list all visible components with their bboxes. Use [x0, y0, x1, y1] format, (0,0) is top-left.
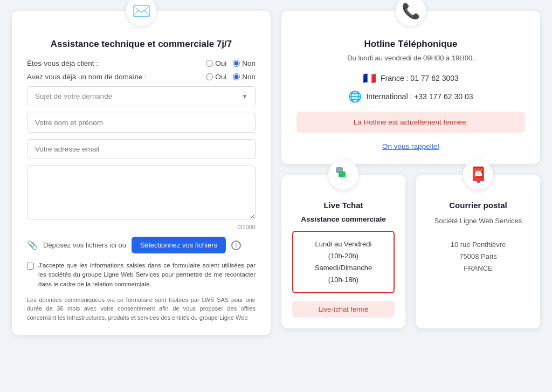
file-text: Déposez vos fichiers ici ou: [43, 241, 126, 249]
domain-oui-text: Oui: [215, 73, 226, 81]
schedule-line2: (10h-20h): [300, 250, 387, 262]
consent-row: J'accepte que les informations saisies d…: [27, 261, 256, 289]
domain-label: Avez vous déjà un nom de domaine :: [27, 73, 206, 81]
info-icon[interactable]: i: [231, 240, 241, 250]
france-flag-icon: 🇫🇷: [363, 72, 376, 85]
chat-icon: [335, 166, 352, 183]
consent-text: J'accepte que les informations saisies d…: [38, 261, 256, 289]
select-files-button[interactable]: Sélectionnez vos fichiers: [132, 237, 226, 253]
paperclip-icon: 📎: [27, 240, 38, 250]
char-count: 0/1000: [27, 224, 256, 230]
bottom-cards-grid: Live Tchat Assistance commerciale Lundi …: [281, 175, 540, 328]
postal-line3: 75008 Paris: [427, 251, 529, 263]
subject-wrapper: Sujet de votre demande ▼: [27, 86, 256, 106]
domain-non-label[interactable]: Non: [233, 73, 256, 81]
client-row: Êtes-vous déjà client : Oui Non: [27, 59, 256, 67]
client-oui-radio[interactable]: [206, 60, 213, 67]
message-textarea[interactable]: [27, 166, 256, 219]
postal-line4: FRANCE: [427, 263, 529, 274]
mailbox-icon: 📮: [469, 166, 488, 184]
email-icon: ✉️: [132, 2, 151, 20]
form-card: ✉️ Assistance technique et commerciale 7…: [12, 11, 271, 335]
hotline-title: Hotline Téléphonique: [296, 39, 525, 50]
hotline-closed-banner: La Hotline est actuellement fermée.: [296, 112, 525, 133]
domain-non-radio[interactable]: [233, 73, 240, 80]
svg-rect-1: [339, 171, 346, 177]
schedule-line3: Samedi/Dimanche: [300, 262, 387, 274]
livechat-title: Live Tchat: [292, 201, 395, 210]
client-non-text: Non: [242, 59, 256, 67]
postal-line1: Société Ligne Web Services: [427, 215, 529, 227]
client-non-radio[interactable]: [233, 60, 240, 67]
postal-line2: 10 rue Penthièvre: [427, 239, 529, 251]
right-column: 📞 Hotline Téléphonique Du lundi au vendr…: [281, 11, 540, 335]
assistance-label: Assistance commerciale: [292, 215, 395, 223]
postal-title: Courrier postal: [427, 201, 529, 210]
legal-text: Les données communiquées via ce formulai…: [27, 295, 256, 322]
livechat-card-icon: [328, 160, 358, 190]
phone-icon: 📞: [402, 2, 420, 20]
callback-link[interactable]: On vous rappelle!: [382, 142, 439, 150]
postal-card-icon: 📮: [463, 160, 493, 190]
livechat-closed-badge: Live-tchat fermé: [292, 301, 395, 318]
schedule-line4: (10h-18h): [300, 274, 387, 286]
international-phone-row: 🌐 International : +33 177 62 30 03: [296, 90, 525, 103]
schedule-box: Lundi au Vendredi (10h-20h) Samedi/Diman…: [292, 231, 395, 293]
livechat-card: Live Tchat Assistance commerciale Lundi …: [281, 175, 405, 328]
france-phone-row: 🇫🇷 France : 01 77 62 3003: [296, 72, 525, 85]
client-non-label[interactable]: Non: [233, 59, 256, 67]
hotline-card-icon: 📞: [396, 0, 426, 26]
schedule-line1: Lundi au Vendredi: [300, 238, 387, 250]
globe-icon: 🌐: [348, 90, 362, 103]
domain-non-text: Non: [242, 73, 256, 81]
domain-row: Avez vous déjà un nom de domaine : Oui N…: [27, 73, 256, 81]
email-input[interactable]: [27, 139, 256, 159]
domain-oui-label[interactable]: Oui: [206, 73, 226, 81]
france-phone-text: France : 01 77 62 3003: [381, 74, 459, 82]
form-title: Assistance technique et commerciale 7j/7: [27, 39, 256, 50]
client-label: Êtes-vous déjà client :: [27, 59, 206, 67]
domain-oui-radio[interactable]: [206, 73, 213, 80]
hotline-hours: Du lundi au vendredi de 09H00 à 19H00.: [296, 54, 525, 62]
client-oui-label[interactable]: Oui: [206, 59, 226, 67]
postal-address: Société Ligne Web Services 10 rue Penthi…: [427, 215, 529, 274]
consent-checkbox[interactable]: [27, 263, 34, 270]
file-row: 📎 Déposez vos fichiers ici ou Sélectionn…: [27, 237, 256, 253]
name-input[interactable]: [27, 113, 256, 133]
international-phone-text: International : +33 177 62 30 03: [366, 92, 473, 101]
hotline-card: 📞 Hotline Téléphonique Du lundi au vendr…: [281, 11, 540, 164]
form-card-icon: ✉️: [126, 0, 156, 26]
subject-select[interactable]: Sujet de votre demande: [27, 86, 256, 106]
client-oui-text: Oui: [215, 59, 226, 67]
postal-card: 📮 Courrier postal Société Ligne Web Serv…: [416, 175, 540, 328]
